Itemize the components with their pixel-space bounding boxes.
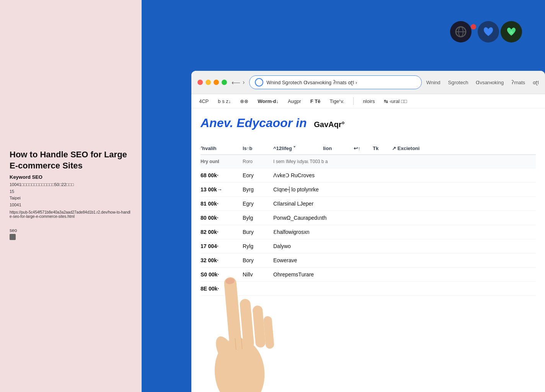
address-bar[interactable]: Wnind Sɡrotech Ɑvsarнoking ʔrnats ɑʈl › bbox=[249, 75, 421, 89]
nav-item-nloirs-text: nloirs bbox=[363, 98, 375, 104]
table-rows: 68 00k· Eory ɅvkeƆ RuCroves 13 00k→ Byrg… bbox=[201, 168, 536, 296]
traffic-light-orange[interactable] bbox=[214, 80, 219, 85]
row-desc-2: CIlarsinal LJeper bbox=[273, 201, 536, 207]
row-desc-5: Dalywo bbox=[273, 243, 536, 249]
th-col5: ↩↑ bbox=[354, 145, 373, 151]
sidebar-meta-line2: 15 bbox=[10, 188, 132, 195]
toolbar-btn-3[interactable]: Ɑvsarнoking bbox=[476, 80, 504, 85]
table-row: 81 00k· Egry CIlarsinal LJeper bbox=[201, 197, 536, 211]
nav-icon-1-text: 4CP bbox=[199, 98, 209, 104]
th-col4: lion bbox=[323, 145, 354, 151]
forward-button[interactable]: › bbox=[243, 79, 245, 86]
row-num-7: S0 00k· bbox=[201, 271, 243, 278]
nav-item-ural-text: ↹ ‹ural □□ bbox=[384, 98, 407, 104]
row-type-2: Egry bbox=[243, 201, 273, 207]
nav-item-augpr-text: Augpr bbox=[288, 98, 301, 104]
sidebar-subtitle: Keyword SEO bbox=[10, 174, 132, 180]
table-header: ʼhvalih ls↑b ^12lifeg ˅ lion ↩↑ Tk ↗ Exc… bbox=[201, 142, 536, 155]
nav-item-1[interactable]: 4CP bbox=[199, 98, 209, 104]
th-col3: ^12lifeg ˅ bbox=[273, 145, 323, 151]
row-type-5: Rylg bbox=[243, 243, 273, 249]
table-subheader: Hry ounI Roro I sem IMey iɩdyaɩ T003 b a bbox=[201, 155, 536, 168]
page-title-main: Anev. Edycaoor in bbox=[201, 116, 307, 130]
row-num-2: 81 00k· bbox=[201, 201, 243, 207]
row-type-7: Nillv bbox=[243, 271, 273, 278]
row-num-5: 17 004· bbox=[201, 243, 243, 249]
row-desc-4: Ɛhalfowigrosxn bbox=[273, 229, 536, 235]
row-desc-0: ɅvkeƆ RuCroves bbox=[273, 172, 536, 178]
table-row: 82 00k· Bury Ɛhalfowigrosxn bbox=[201, 225, 536, 239]
sidebar-url: https://pub-5c454f571b8e40a3a2aad27ade84… bbox=[10, 210, 132, 219]
browser-window: ⟵ › Wnind Sɡrotech Ɑvsarнoking ʔrnats ɑʈ… bbox=[191, 71, 545, 392]
top-icons-row bbox=[450, 21, 522, 42]
nav-item-to[interactable]: F Tē bbox=[310, 98, 321, 104]
nav-buttons: ⟵ › bbox=[232, 79, 245, 86]
sidebar-tag: seo bbox=[10, 228, 132, 233]
nav-item-worn-ji-text: Worm·d↓ bbox=[258, 98, 279, 104]
nav-item-ural[interactable]: ↹ ‹ural □□ bbox=[384, 98, 407, 104]
nav-item-to-text: F Tē bbox=[310, 98, 321, 104]
browser-chrome-bar: ⟵ › Wnind Sɡrotech Ɑvsarнoking ʔrnats ɑʈ… bbox=[191, 71, 545, 94]
toolbar-btn-4[interactable]: ʔrnats bbox=[511, 80, 525, 85]
row-desc-1: CIqne┤lo ptolynrke bbox=[273, 186, 536, 193]
th-col2: ls↑b bbox=[243, 145, 273, 151]
toolbar-btn-1[interactable]: Wnind bbox=[426, 80, 441, 85]
nav-separator bbox=[353, 97, 354, 105]
sidebar-title: How to Handle SEO for Large E-commerce S… bbox=[10, 149, 132, 171]
toolbar-btn-2[interactable]: Sɡrotech bbox=[448, 80, 468, 85]
row-desc-6: Eowerave bbox=[273, 257, 536, 263]
table-row: S0 00k· Nillv OhrepemsTurare bbox=[201, 268, 536, 282]
page-title: Anev. Edycaoor in GavAqr° bbox=[201, 116, 345, 130]
th-col6: Tk bbox=[373, 145, 392, 151]
traffic-lights bbox=[197, 80, 227, 85]
browser-content: Anev. Edycaoor in GavAqr° ʼhvalih ls↑b ^… bbox=[191, 108, 545, 304]
row-num-4: 82 00k· bbox=[201, 229, 243, 235]
sidebar-meta-line3: Taipei bbox=[10, 195, 132, 202]
traffic-light-green[interactable] bbox=[222, 80, 227, 85]
traffic-light-red[interactable] bbox=[197, 80, 203, 85]
traffic-light-yellow[interactable] bbox=[206, 80, 211, 85]
toolbar-btn-5[interactable]: ɑʈl bbox=[533, 80, 539, 85]
nav-icon-3-text: ⊗⊗ bbox=[240, 98, 248, 104]
nav-item-worn-ji[interactable]: Worm·d↓ bbox=[258, 98, 279, 104]
row-num-6: 32 00k· bbox=[201, 257, 243, 263]
row-desc-3: PonwΩ_Caurapedɩnth bbox=[273, 215, 536, 221]
table-row: 32 00k· Bory Eowerave bbox=[201, 253, 536, 268]
th-col7: ↗ Excietoni bbox=[392, 145, 536, 151]
subh-col1: Hry ounI bbox=[201, 159, 243, 164]
row-num-1: 13 00k→ bbox=[201, 186, 243, 193]
subh-col3: I sem IMey iɩdyaɩ T003 b a bbox=[273, 159, 536, 164]
browser-nav-toolbar: 4CP b s z↓ ⊗⊗ Worm·d↓ Augpr F Tē Tigeꞌv. bbox=[191, 94, 545, 108]
row-num-0: 68 00k· bbox=[201, 172, 243, 178]
row-type-1: Byrg bbox=[243, 186, 273, 193]
browser-icon-2 bbox=[478, 21, 499, 42]
sidebar-tag-icon bbox=[10, 234, 16, 240]
address-circle-icon bbox=[255, 78, 263, 87]
browser-toolbar-buttons: Wnind Sɡrotech Ɑvsarнoking ʔrnats ɑʈl bbox=[426, 80, 539, 85]
back-button[interactable]: ⟵ bbox=[232, 79, 240, 86]
row-type-0: Eory bbox=[243, 172, 273, 178]
red-dot-icon bbox=[471, 24, 476, 29]
nav-item-3[interactable]: ⊗⊗ bbox=[240, 98, 248, 104]
subh-col2: Roro bbox=[243, 159, 273, 164]
row-num-3: 80 00k· bbox=[201, 215, 243, 221]
table-row: 8E 00k· bbox=[201, 282, 536, 296]
svg-point-4 bbox=[212, 336, 267, 392]
table-row: 68 00k· Eory ɅvkeƆ RuCroves bbox=[201, 168, 536, 183]
row-type-3: Bylg bbox=[243, 215, 273, 221]
nav-icon-2-text: b s z↓ bbox=[218, 98, 231, 104]
nav-item-tigenv[interactable]: Tigeꞌv. bbox=[330, 98, 344, 104]
svg-rect-7 bbox=[252, 305, 266, 348]
nav-item-nloirs[interactable]: nloirs bbox=[363, 98, 375, 104]
row-num-8: 8E 00k· bbox=[201, 286, 243, 292]
nav-item-2[interactable]: b s z↓ bbox=[218, 98, 231, 104]
nav-item-tigenv-text: Tigeꞌv. bbox=[330, 98, 344, 104]
svg-line-11 bbox=[241, 338, 242, 349]
sidebar-meta-line4: 10041 bbox=[10, 202, 132, 209]
table-row: 13 00k→ Byrg CIqne┤lo ptolynrke bbox=[201, 183, 536, 197]
nav-item-augpr[interactable]: Augpr bbox=[288, 98, 301, 104]
table-row: 80 00k· Bylg PonwΩ_Caurapedɩnth bbox=[201, 211, 536, 225]
address-text: Wnind Sɡrotech Ɑvsarнoking ʔrnats ɑʈl › bbox=[266, 80, 357, 85]
sidebar-meta-line1: 10041□□□□□□□□□□□□□50□22□□□ bbox=[10, 181, 132, 188]
svg-rect-8 bbox=[263, 316, 274, 349]
